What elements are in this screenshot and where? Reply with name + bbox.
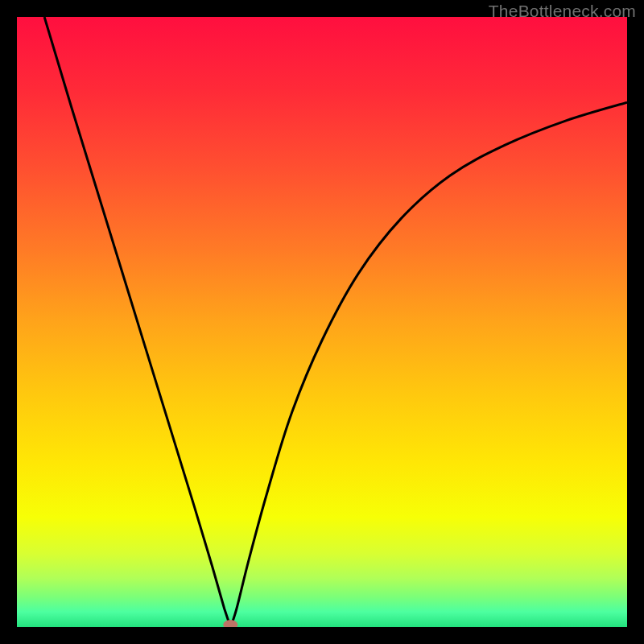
plot-area (17, 17, 627, 627)
chart-frame: TheBottleneck.com (0, 0, 644, 644)
gradient-background (17, 17, 627, 627)
watermark: TheBottleneck.com (489, 2, 636, 21)
chart-svg (17, 17, 627, 627)
